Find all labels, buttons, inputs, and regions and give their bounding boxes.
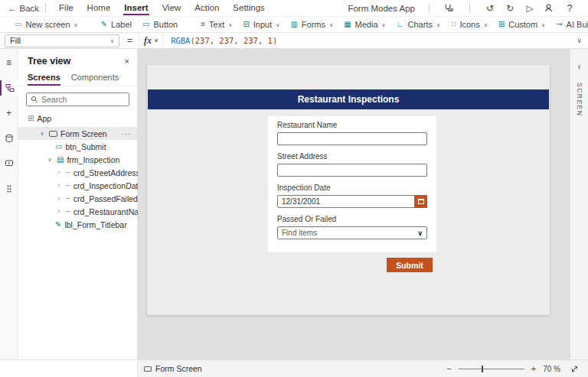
tree-item-form-screen[interactable]: ∨ Form Screen ··· <box>18 127 137 140</box>
card-icon: − <box>66 181 70 190</box>
chevron-right-icon[interactable]: › <box>55 196 63 201</box>
formula-input[interactable]: RGBA(237, 237, 237, 1) <box>171 36 277 45</box>
property-selector[interactable]: Fill ∨ <box>5 34 119 47</box>
close-icon[interactable]: × <box>125 57 129 66</box>
left-rail: ≡ + <box>0 49 18 359</box>
inspection-date-input[interactable] <box>277 195 427 208</box>
back-button[interactable]: ← Back <box>8 4 39 13</box>
tab-components[interactable]: Components <box>71 73 119 86</box>
ai-builder-icon: ⊸ <box>556 21 562 28</box>
inspection-form: Restaurant Name Street Address Inspectio… <box>268 116 436 252</box>
text-menu[interactable]: ≡ Text ∨ <box>195 20 237 29</box>
card-icon: − <box>66 168 70 177</box>
menu-item-home[interactable]: Home <box>80 2 118 15</box>
chevron-down-icon[interactable]: ∨ <box>46 157 54 163</box>
menu-item-settings[interactable]: Settings <box>226 2 272 15</box>
menu-item-file[interactable]: File <box>52 2 80 15</box>
chevron-right-icon[interactable]: › <box>55 209 63 214</box>
card-icon: − <box>66 194 70 203</box>
advanced-tools-icon[interactable] <box>0 181 18 197</box>
search-input[interactable] <box>41 95 125 104</box>
restaurant-name-input[interactable] <box>277 132 427 145</box>
divider <box>429 3 430 13</box>
charts-icon: ∟ <box>397 21 404 28</box>
chevron-down-icon: ∨ <box>110 38 114 44</box>
chevron-left-icon[interactable]: ‹ <box>578 61 581 72</box>
formula-arguments: (237, 237, 237, 1) <box>190 36 277 45</box>
custom-menu[interactable]: ⊞ Custom ∨ <box>493 20 550 29</box>
screen-canvas[interactable]: Restaurant Inspections Restaurant Name S… <box>147 65 550 315</box>
label-button[interactable]: ✎ Label <box>96 20 137 29</box>
screen-icon <box>144 366 152 372</box>
tree-item-crd-restaurantname[interactable]: › − crd_RestaurantName <box>18 205 137 218</box>
fx-selector[interactable]: fx ∨ <box>139 33 163 48</box>
tree-item-btn-submit[interactable]: ▭ btn_Submit <box>18 140 137 153</box>
app-checker-icon[interactable] <box>443 3 456 13</box>
menu-item-insert[interactable]: Insert <box>117 2 155 15</box>
more-options-icon[interactable]: ··· <box>122 130 137 138</box>
divider <box>45 3 46 13</box>
formula-bar-expand-chevron-icon[interactable]: ∨ <box>577 37 582 44</box>
tree-item-frm-inspection[interactable]: ∨ ▤ frm_Inspection <box>18 153 137 166</box>
calendar-icon <box>418 199 424 204</box>
tree-search[interactable] <box>26 93 129 106</box>
undo-icon[interactable]: ↺ <box>484 3 496 14</box>
zoom-out-button[interactable]: − <box>446 364 451 373</box>
tree-item-app[interactable]: ⊞ App <box>18 112 137 125</box>
zoom-slider-handle[interactable] <box>482 366 483 372</box>
icons-menu[interactable]: ∷ Icons ∨ <box>446 20 493 29</box>
status-bar: Form Screen − + 70 % <box>0 359 588 377</box>
tree-view-title: Tree view <box>28 56 70 67</box>
zoom-slider[interactable] <box>459 369 524 369</box>
tree-item-crd-passedfailed[interactable]: › − crd_PassedFailed <box>18 192 137 205</box>
new-screen-button[interactable]: ▭ New screen ∨ <box>9 20 83 29</box>
field-restaurant-name: Restaurant Name <box>277 121 427 145</box>
form-titlebar-label[interactable]: Restaurant Inspections <box>148 89 549 109</box>
forms-icon: ▥ <box>290 21 297 28</box>
chevron-down-icon: ∨ <box>276 22 279 28</box>
tree-view-header: Tree view × <box>18 49 137 71</box>
tree-item-crd-inspectiondate[interactable]: › − crd_InspectionDate <box>18 179 137 192</box>
tree-item-crd-streetaddress[interactable]: › − crd_StreetAddress <box>18 166 137 179</box>
tree-item-lbl-form-titlebar[interactable]: ✎ lbl_Form_Titlebar <box>18 218 137 231</box>
forms-menu[interactable]: ▥ Forms ∨ <box>285 20 338 29</box>
status-screen-selector[interactable]: Form Screen <box>144 364 202 373</box>
chevron-right-icon[interactable]: › <box>55 183 63 188</box>
zoom-in-button[interactable]: + <box>531 364 536 373</box>
design-surface: Restaurant Inspections Restaurant Name S… <box>138 49 570 359</box>
submit-button[interactable]: Submit <box>387 258 433 272</box>
media-menu[interactable]: ▦ Media ∨ <box>338 20 391 29</box>
tab-screens[interactable]: Screens <box>28 73 60 86</box>
menu-item-view[interactable]: View <box>155 2 188 15</box>
help-icon[interactable]: ? <box>564 3 576 14</box>
button-button[interactable]: ▭ Button <box>137 20 183 29</box>
icons-icon: ∷ <box>451 21 456 28</box>
insert-plus-icon[interactable]: + <box>0 106 18 121</box>
data-icon[interactable] <box>0 131 18 146</box>
label-icon: ✎ <box>101 21 107 28</box>
media-rail-icon[interactable] <box>0 156 18 171</box>
app-name: Form Modes App <box>348 4 415 13</box>
fx-label: fx <box>144 35 152 47</box>
passed-failed-combobox[interactable]: Find items ∨ <box>277 226 427 239</box>
label-icon: ✎ <box>55 221 61 229</box>
menu-item-action[interactable]: Action <box>188 2 226 15</box>
street-address-input[interactable] <box>277 164 427 177</box>
tree-item-label: btn_Submit <box>65 142 106 151</box>
back-label: Back <box>20 4 40 13</box>
calendar-button[interactable] <box>414 195 427 208</box>
ai-builder-menu[interactable]: ⊸ AI Builder ∨ <box>550 20 588 29</box>
tree-view-icon[interactable] <box>0 80 18 96</box>
tool-label: Input <box>253 20 272 29</box>
user-icon[interactable] <box>544 3 556 13</box>
chevron-down-icon[interactable]: ∨ <box>38 131 46 137</box>
hamburger-menu-icon[interactable]: ≡ <box>0 55 18 70</box>
tool-label: Forms <box>302 20 325 29</box>
play-preview-icon[interactable]: ▷ <box>524 3 536 14</box>
input-menu[interactable]: ⊟ Input ∨ <box>237 20 285 29</box>
chevron-right-icon[interactable]: › <box>55 170 63 175</box>
fit-to-window-icon[interactable] <box>570 365 579 373</box>
redo-icon[interactable]: ↻ <box>504 3 516 14</box>
charts-menu[interactable]: ∟ Charts ∨ <box>391 20 446 29</box>
menu-bar-right: Form Modes App ↺ ↻ ▷ ? <box>348 3 580 14</box>
